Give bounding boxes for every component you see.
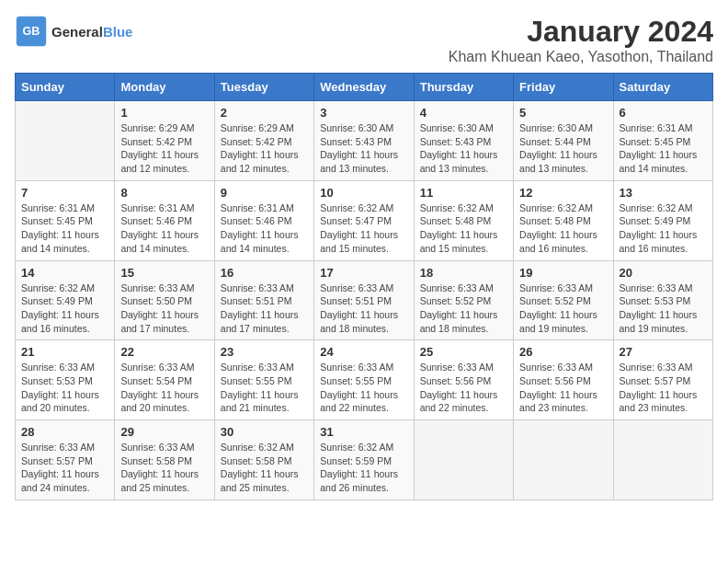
calendar-day-cell: 9Sunrise: 6:31 AM Sunset: 5:46 PM Daylig…: [214, 180, 313, 260]
location-title: Kham Khuean Kaeo, Yasothon, Thailand: [449, 49, 713, 65]
day-number: 15: [120, 266, 208, 280]
day-info: Sunrise: 6:33 AM Sunset: 5:55 PM Dayligh…: [221, 361, 308, 415]
day-number: 22: [120, 345, 208, 359]
calendar-day-cell: 3Sunrise: 6:30 AM Sunset: 5:43 PM Daylig…: [314, 101, 414, 181]
day-number: 2: [221, 106, 308, 120]
weekday-header-row: SundayMondayTuesdayWednesdayThursdayFrid…: [16, 74, 713, 101]
day-info: Sunrise: 6:32 AM Sunset: 5:59 PM Dayligh…: [320, 441, 407, 495]
day-info: Sunrise: 6:33 AM Sunset: 5:54 PM Dayligh…: [120, 361, 208, 415]
day-number: 31: [320, 425, 407, 439]
day-info: Sunrise: 6:33 AM Sunset: 5:57 PM Dayligh…: [21, 441, 108, 495]
calendar-day-cell: 5Sunrise: 6:30 AM Sunset: 5:44 PM Daylig…: [514, 101, 613, 181]
day-number: 28: [21, 425, 108, 439]
calendar-day-cell: 13Sunrise: 6:32 AM Sunset: 5:49 PM Dayli…: [613, 180, 712, 260]
day-number: 10: [320, 186, 407, 200]
day-number: 3: [320, 106, 407, 120]
weekday-header-sunday: Sunday: [16, 74, 115, 101]
day-info: Sunrise: 6:30 AM Sunset: 5:43 PM Dayligh…: [320, 121, 407, 176]
calendar-table: SundayMondayTuesdayWednesdayThursdayFrid…: [15, 73, 713, 500]
calendar-week-row: 7Sunrise: 6:31 AM Sunset: 5:45 PM Daylig…: [16, 180, 713, 260]
logo: GB GeneralBlue: [15, 15, 132, 48]
calendar-day-cell: 10Sunrise: 6:32 AM Sunset: 5:47 PM Dayli…: [314, 180, 414, 260]
day-number: 24: [320, 345, 407, 359]
calendar-day-cell: 28Sunrise: 6:33 AM Sunset: 5:57 PM Dayli…: [16, 420, 115, 500]
calendar-day-cell: 18Sunrise: 6:33 AM Sunset: 5:52 PM Dayli…: [414, 260, 513, 340]
day-number: 11: [420, 186, 507, 200]
empty-day-cell: [613, 420, 712, 500]
calendar-day-cell: 30Sunrise: 6:32 AM Sunset: 5:58 PM Dayli…: [214, 420, 313, 500]
day-number: 12: [519, 186, 607, 200]
day-info: Sunrise: 6:30 AM Sunset: 5:44 PM Dayligh…: [519, 121, 607, 176]
day-info: Sunrise: 6:31 AM Sunset: 5:46 PM Dayligh…: [221, 201, 308, 256]
day-number: 23: [221, 345, 308, 359]
day-number: 7: [21, 186, 108, 200]
calendar-day-cell: 17Sunrise: 6:33 AM Sunset: 5:51 PM Dayli…: [314, 260, 414, 340]
calendar-week-row: 1Sunrise: 6:29 AM Sunset: 5:42 PM Daylig…: [16, 101, 713, 181]
calendar-day-cell: 20Sunrise: 6:33 AM Sunset: 5:53 PM Dayli…: [613, 260, 712, 340]
day-info: Sunrise: 6:32 AM Sunset: 5:48 PM Dayligh…: [420, 201, 507, 256]
calendar-day-cell: 1Sunrise: 6:29 AM Sunset: 5:42 PM Daylig…: [115, 101, 214, 181]
logo-text: GeneralBlue: [51, 24, 132, 40]
day-info: Sunrise: 6:32 AM Sunset: 5:49 PM Dayligh…: [620, 201, 707, 256]
day-number: 9: [221, 186, 308, 200]
day-info: Sunrise: 6:29 AM Sunset: 5:42 PM Dayligh…: [120, 121, 208, 176]
day-number: 27: [620, 345, 707, 359]
calendar-week-row: 14Sunrise: 6:32 AM Sunset: 5:49 PM Dayli…: [16, 260, 713, 340]
weekday-header-wednesday: Wednesday: [314, 74, 414, 101]
day-info: Sunrise: 6:33 AM Sunset: 5:51 PM Dayligh…: [221, 282, 308, 336]
day-number: 25: [420, 345, 507, 359]
day-info: Sunrise: 6:32 AM Sunset: 5:49 PM Dayligh…: [21, 282, 108, 336]
weekday-header-saturday: Saturday: [613, 74, 712, 101]
day-number: 13: [620, 186, 707, 200]
calendar-day-cell: 26Sunrise: 6:33 AM Sunset: 5:56 PM Dayli…: [514, 340, 613, 420]
day-info: Sunrise: 6:33 AM Sunset: 5:51 PM Dayligh…: [320, 282, 407, 336]
day-info: Sunrise: 6:32 AM Sunset: 5:58 PM Dayligh…: [221, 441, 308, 495]
day-info: Sunrise: 6:33 AM Sunset: 5:57 PM Dayligh…: [620, 361, 707, 415]
day-number: 1: [120, 106, 208, 120]
calendar-day-cell: 21Sunrise: 6:33 AM Sunset: 5:53 PM Dayli…: [16, 340, 115, 420]
calendar-day-cell: 24Sunrise: 6:33 AM Sunset: 5:55 PM Dayli…: [314, 340, 414, 420]
day-info: Sunrise: 6:32 AM Sunset: 5:47 PM Dayligh…: [320, 201, 407, 256]
calendar-day-cell: 4Sunrise: 6:30 AM Sunset: 5:43 PM Daylig…: [414, 101, 513, 181]
calendar-day-cell: 19Sunrise: 6:33 AM Sunset: 5:52 PM Dayli…: [514, 260, 613, 340]
day-info: Sunrise: 6:31 AM Sunset: 5:45 PM Dayligh…: [620, 121, 707, 176]
day-number: 21: [21, 345, 108, 359]
calendar-day-cell: 2Sunrise: 6:29 AM Sunset: 5:42 PM Daylig…: [214, 101, 313, 181]
day-number: 6: [620, 106, 707, 120]
calendar-day-cell: 22Sunrise: 6:33 AM Sunset: 5:54 PM Dayli…: [115, 340, 214, 420]
calendar-day-cell: 31Sunrise: 6:32 AM Sunset: 5:59 PM Dayli…: [314, 420, 414, 500]
day-info: Sunrise: 6:33 AM Sunset: 5:50 PM Dayligh…: [120, 282, 208, 336]
day-info: Sunrise: 6:33 AM Sunset: 5:58 PM Dayligh…: [120, 441, 208, 495]
day-number: 14: [21, 266, 108, 280]
day-info: Sunrise: 6:32 AM Sunset: 5:48 PM Dayligh…: [519, 201, 607, 256]
day-number: 29: [120, 425, 208, 439]
day-info: Sunrise: 6:33 AM Sunset: 5:53 PM Dayligh…: [21, 361, 108, 415]
weekday-header-tuesday: Tuesday: [214, 74, 313, 101]
calendar-day-cell: 23Sunrise: 6:33 AM Sunset: 5:55 PM Dayli…: [214, 340, 313, 420]
month-title: January 2024: [449, 15, 713, 49]
day-info: Sunrise: 6:33 AM Sunset: 5:56 PM Dayligh…: [420, 361, 507, 415]
svg-text:GB: GB: [23, 25, 40, 38]
calendar-day-cell: 11Sunrise: 6:32 AM Sunset: 5:48 PM Dayli…: [414, 180, 513, 260]
day-info: Sunrise: 6:33 AM Sunset: 5:56 PM Dayligh…: [519, 361, 607, 415]
empty-day-cell: [16, 101, 115, 181]
day-number: 30: [221, 425, 308, 439]
day-number: 5: [519, 106, 607, 120]
day-number: 4: [420, 106, 507, 120]
day-number: 18: [420, 266, 507, 280]
calendar-week-row: 21Sunrise: 6:33 AM Sunset: 5:53 PM Dayli…: [16, 340, 713, 420]
calendar-week-row: 28Sunrise: 6:33 AM Sunset: 5:57 PM Dayli…: [16, 420, 713, 500]
calendar-day-cell: 29Sunrise: 6:33 AM Sunset: 5:58 PM Dayli…: [115, 420, 214, 500]
day-info: Sunrise: 6:31 AM Sunset: 5:46 PM Dayligh…: [120, 201, 208, 256]
day-info: Sunrise: 6:33 AM Sunset: 5:53 PM Dayligh…: [620, 282, 707, 336]
day-info: Sunrise: 6:31 AM Sunset: 5:45 PM Dayligh…: [21, 201, 108, 256]
day-number: 8: [120, 186, 208, 200]
day-number: 20: [620, 266, 707, 280]
day-info: Sunrise: 6:33 AM Sunset: 5:52 PM Dayligh…: [420, 282, 507, 336]
day-number: 17: [320, 266, 407, 280]
day-info: Sunrise: 6:33 AM Sunset: 5:52 PM Dayligh…: [519, 282, 607, 336]
calendar-day-cell: 8Sunrise: 6:31 AM Sunset: 5:46 PM Daylig…: [115, 180, 214, 260]
day-number: 19: [519, 266, 607, 280]
calendar-day-cell: 7Sunrise: 6:31 AM Sunset: 5:45 PM Daylig…: [16, 180, 115, 260]
calendar-day-cell: 25Sunrise: 6:33 AM Sunset: 5:56 PM Dayli…: [414, 340, 513, 420]
